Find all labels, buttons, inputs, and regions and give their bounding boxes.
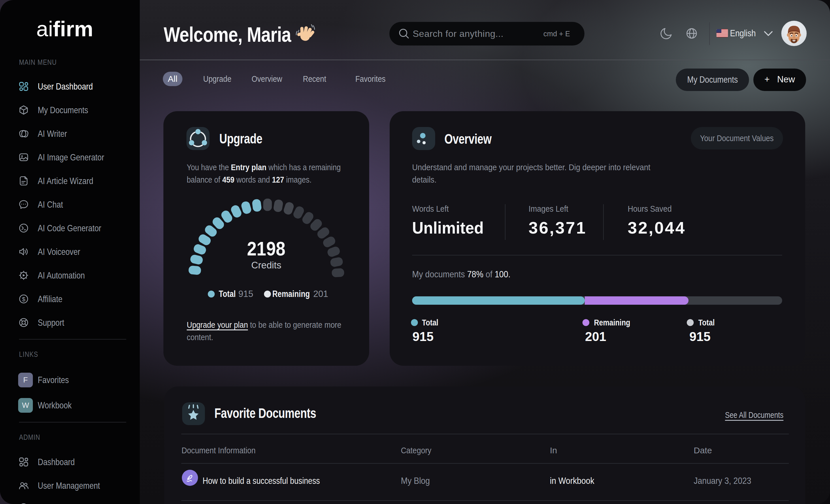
svg-text:$: $ bbox=[22, 296, 25, 302]
